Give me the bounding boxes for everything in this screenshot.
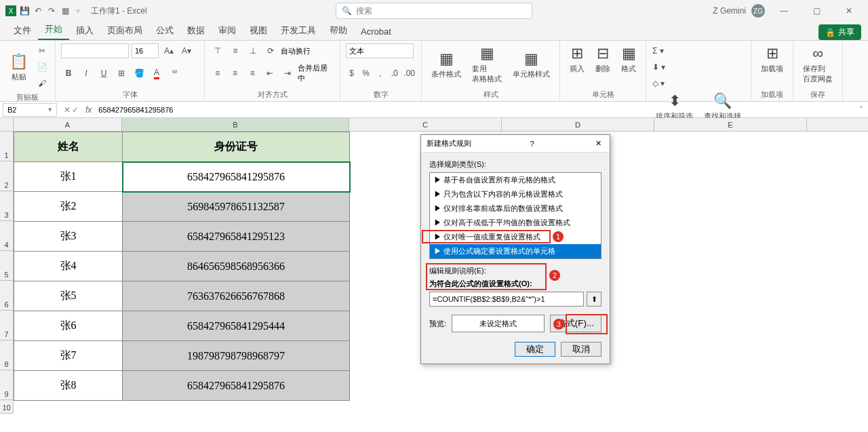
tab-formulas[interactable]: 公式 bbox=[149, 20, 180, 40]
wrap-text-button[interactable]: 自动换行 bbox=[281, 46, 311, 56]
insert-cells-button[interactable]: ⊞插入 bbox=[566, 43, 589, 75]
tab-home[interactable]: 开始 bbox=[38, 19, 69, 40]
align-middle-icon[interactable]: ≡ bbox=[228, 43, 243, 58]
row-header-4[interactable]: 4 bbox=[0, 221, 14, 251]
dialog-close-icon[interactable]: ✕ bbox=[593, 139, 604, 148]
cell-a6[interactable]: 张5 bbox=[14, 281, 123, 311]
fx-icon[interactable]: fx bbox=[83, 105, 94, 115]
cancel-button[interactable]: 取消 bbox=[561, 342, 601, 357]
avatar[interactable]: ZG bbox=[751, 4, 765, 18]
bold-icon[interactable]: B bbox=[61, 66, 76, 81]
share-button[interactable]: 🔒 共享 bbox=[818, 24, 861, 40]
border-icon[interactable]: ⊞ bbox=[114, 66, 129, 81]
row-header-3[interactable]: 3 bbox=[0, 191, 14, 221]
format-painter-icon[interactable]: 🖌 bbox=[35, 76, 50, 91]
align-top-icon[interactable]: ⊤ bbox=[210, 43, 225, 58]
tab-file[interactable]: 文件 bbox=[7, 20, 38, 40]
col-header-c[interactable]: C bbox=[349, 118, 502, 131]
delete-cells-button[interactable]: ⊟删除 bbox=[591, 43, 614, 75]
search-box[interactable]: 🔍 搜索 bbox=[336, 3, 532, 19]
decrease-decimal-icon[interactable]: .00 bbox=[403, 66, 416, 81]
align-right-icon[interactable]: ≡ bbox=[245, 66, 260, 81]
font-name-input[interactable] bbox=[61, 43, 129, 58]
enter-formula-icon[interactable]: ✓ bbox=[72, 105, 79, 115]
tab-view[interactable]: 视图 bbox=[243, 20, 274, 40]
font-color-icon[interactable]: A bbox=[149, 66, 164, 81]
phonetic-icon[interactable]: ᵂ bbox=[167, 66, 182, 81]
close-button[interactable]: ✕ bbox=[835, 0, 863, 22]
conditional-format-button[interactable]: ▦条件格式 bbox=[427, 49, 465, 81]
rule-type-0[interactable]: ▶ 基于各自值设置所有单元格的格式 bbox=[430, 173, 601, 187]
row-header-9[interactable]: 9 bbox=[0, 370, 14, 400]
orientation-icon[interactable]: ⟳ bbox=[263, 43, 278, 58]
indent-right-icon[interactable]: ⇥ bbox=[280, 66, 295, 81]
tab-help[interactable]: 帮助 bbox=[323, 20, 354, 40]
expand-formula-icon[interactable]: ˅ bbox=[854, 105, 868, 115]
clear-icon[interactable]: ◇ ▾ bbox=[652, 76, 665, 91]
name-box[interactable]: B2▾ bbox=[3, 103, 57, 117]
fill-color-icon[interactable]: 🪣 bbox=[132, 66, 146, 81]
align-center-icon[interactable]: ≡ bbox=[228, 66, 243, 81]
currency-icon[interactable]: $ bbox=[346, 66, 357, 81]
row-header-5[interactable]: 5 bbox=[0, 251, 14, 281]
minimize-button[interactable]: — bbox=[770, 0, 797, 22]
row-header-2[interactable]: 2 bbox=[0, 161, 14, 191]
rule-type-2[interactable]: ▶ 仅对排名靠前或靠后的数值设置格式 bbox=[430, 201, 601, 216]
formula-input[interactable]: 658427965841295876 bbox=[94, 106, 854, 114]
table-format-button[interactable]: ▦套用 表格格式 bbox=[468, 43, 506, 85]
save-baidu-button[interactable]: ∞保存到 百度网盘 bbox=[799, 43, 837, 85]
underline-icon[interactable]: U bbox=[96, 66, 111, 81]
cancel-formula-icon[interactable]: ✕ bbox=[64, 105, 71, 115]
align-left-icon[interactable]: ≡ bbox=[210, 66, 225, 81]
cell-b3[interactable]: 569845978651132587 bbox=[123, 192, 350, 222]
rule-type-1[interactable]: ▶ 只为包含以下内容的单元格设置格式 bbox=[430, 187, 601, 201]
font-size-input[interactable] bbox=[132, 43, 159, 58]
rule-type-4[interactable]: ▶ 仅对唯一值或重复值设置格式 bbox=[430, 230, 601, 244]
fill-icon[interactable]: ⬇ ▾ bbox=[652, 60, 666, 75]
copy-icon[interactable]: 📄 bbox=[35, 60, 50, 75]
undo-icon[interactable]: ↶ bbox=[33, 5, 43, 16]
cell-a4[interactable]: 张3 bbox=[14, 222, 123, 252]
tab-review[interactable]: 审阅 bbox=[212, 20, 243, 40]
tab-insert[interactable]: 插入 bbox=[69, 20, 100, 40]
paste-button[interactable]: 📋粘贴 bbox=[5, 52, 32, 83]
rule-type-listbox[interactable]: ▶ 基于各自值设置所有单元格的格式 ▶ 只为包含以下内容的单元格设置格式 ▶ 仅… bbox=[429, 172, 601, 259]
row-header-10[interactable]: 10 bbox=[0, 400, 14, 414]
cell-b6[interactable]: 763637626656767868 bbox=[123, 281, 350, 311]
cell-a2[interactable]: 张1 bbox=[14, 162, 123, 192]
increase-font-icon[interactable]: A▴ bbox=[161, 43, 176, 58]
tab-acrobat[interactable]: Acrobat bbox=[354, 22, 398, 40]
autosum-icon[interactable]: Σ ▾ bbox=[652, 43, 665, 58]
tab-data[interactable]: 数据 bbox=[180, 20, 212, 40]
rule-type-5[interactable]: ▶ 使用公式确定要设置格式的单元格 bbox=[430, 244, 601, 258]
dialog-titlebar[interactable]: 新建格式规则 ? ✕ bbox=[421, 135, 610, 153]
cell-style-button[interactable]: ▦单元格样式 bbox=[509, 49, 554, 81]
cell-a5[interactable]: 张4 bbox=[14, 252, 123, 281]
col-header-d[interactable]: D bbox=[502, 118, 654, 131]
dialog-help-icon[interactable]: ? bbox=[527, 140, 536, 148]
cell-b1[interactable]: 身份证号 bbox=[123, 132, 350, 162]
tab-dev[interactable]: 开发工具 bbox=[274, 20, 323, 40]
cell-b5[interactable]: 864656598568956366 bbox=[123, 252, 350, 281]
cell-b8[interactable]: 198798798798968797 bbox=[123, 341, 350, 371]
percent-icon[interactable]: % bbox=[360, 66, 372, 81]
format-cells-button[interactable]: ▦格式 bbox=[617, 43, 640, 75]
cell-a1[interactable]: 姓名 bbox=[14, 132, 123, 162]
cell-b7[interactable]: 658427965841295444 bbox=[123, 311, 350, 341]
cell-a7[interactable]: 张6 bbox=[14, 311, 123, 341]
indent-left-icon[interactable]: ⇤ bbox=[262, 66, 277, 81]
decrease-font-icon[interactable]: A▾ bbox=[179, 43, 194, 58]
cell-a8[interactable]: 张7 bbox=[14, 341, 123, 371]
align-bottom-icon[interactable]: ⊥ bbox=[245, 43, 260, 58]
tab-layout[interactable]: 页面布局 bbox=[100, 20, 149, 40]
maximize-button[interactable]: ▢ bbox=[803, 0, 830, 22]
italic-icon[interactable]: I bbox=[79, 66, 94, 81]
formula-input-field[interactable] bbox=[429, 292, 584, 307]
redo-icon[interactable]: ↷ bbox=[46, 5, 57, 16]
merge-button[interactable]: 合并后居中 bbox=[298, 63, 334, 83]
qat-customize-icon[interactable]: ▦ bbox=[60, 5, 71, 16]
col-header-a[interactable]: A bbox=[14, 118, 122, 131]
col-header-b[interactable]: B bbox=[122, 118, 349, 131]
save-icon[interactable]: 💾 bbox=[19, 5, 30, 16]
cut-icon[interactable]: ✂ bbox=[35, 43, 50, 58]
